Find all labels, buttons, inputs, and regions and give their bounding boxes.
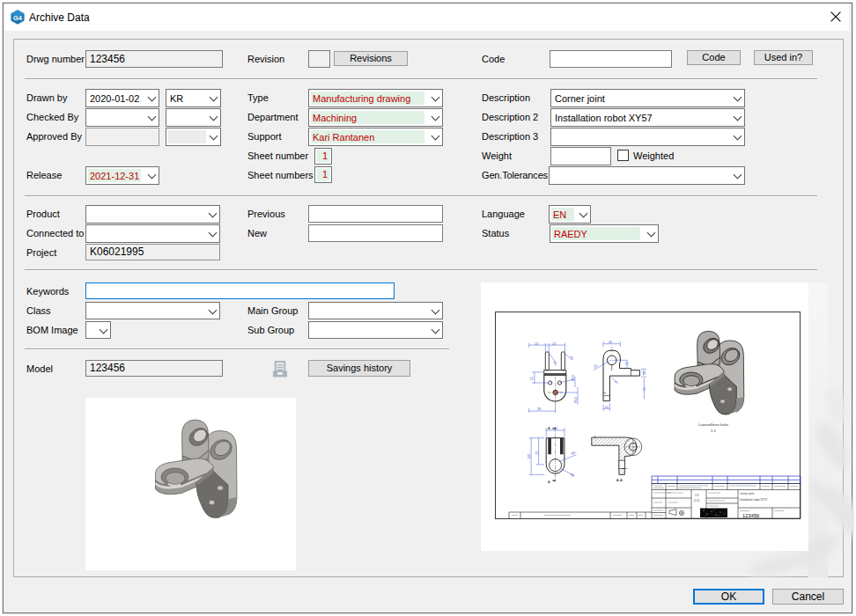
svg-text:40: 40 <box>554 427 557 430</box>
svg-text:40: 40 <box>609 341 612 344</box>
svg-text:M12: M12 <box>572 375 575 381</box>
svg-text:(1:1): (1:1) <box>694 499 699 502</box>
svg-text:Installation robot XY57: Installation robot XY57 <box>740 498 767 502</box>
svg-text:52: 52 <box>643 387 646 391</box>
svg-text:24: 24 <box>552 342 556 346</box>
svg-text:25: 25 <box>530 377 534 380</box>
svg-text:A: A <box>548 480 550 484</box>
svg-text:70: 70 <box>535 451 539 455</box>
svg-text:15: 15 <box>625 362 629 365</box>
svg-text:A: A <box>548 426 550 430</box>
svg-text:28: 28 <box>537 407 541 411</box>
svg-text:18: 18 <box>643 371 646 375</box>
svg-text:Corner joint: Corner joint <box>740 492 754 495</box>
svg-text:13: 13 <box>535 342 538 346</box>
svg-text:10: 10 <box>605 406 609 409</box>
svg-text:1:1: 1:1 <box>711 429 716 433</box>
svg-text:Luonnollinen koko: Luonnollinen koko <box>698 422 728 427</box>
svg-text:1:3: 1:3 <box>695 494 699 497</box>
svg-text:100: 100 <box>528 454 531 459</box>
svg-text:A-A: A-A <box>616 478 623 482</box>
svg-text:G4: G4 <box>13 14 23 22</box>
svg-text:M12: M12 <box>574 397 578 403</box>
svg-text:123456: 123456 <box>742 513 759 518</box>
